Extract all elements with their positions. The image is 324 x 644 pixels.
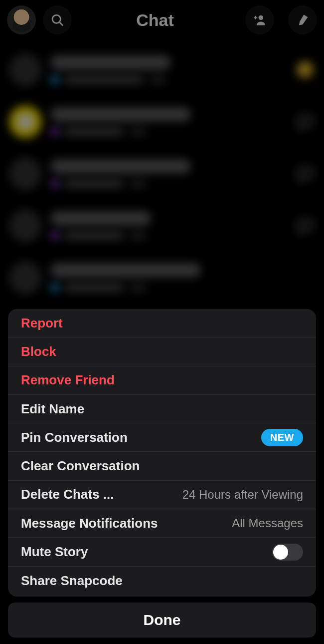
message-notifications-label: Message Notifications <box>21 516 158 531</box>
report-label: Report <box>21 316 63 331</box>
delete-chats-option[interactable]: Delete Chats ... 24 Hours after Viewing <box>8 481 316 509</box>
mute-story-option[interactable]: Mute Story <box>8 538 316 566</box>
action-sheet: Report Block Remove Friend Edit Name Pin… <box>8 309 316 597</box>
edit-name-label: Edit Name <box>21 401 84 417</box>
delete-chats-value: 24 Hours after Viewing <box>182 488 303 502</box>
done-label: Done <box>144 612 181 629</box>
mute-story-label: Mute Story <box>21 544 88 560</box>
delete-chats-label: Delete Chats ... <box>21 487 114 502</box>
new-badge: NEW <box>261 429 303 446</box>
block-option[interactable]: Block <box>8 337 316 366</box>
remove-friend-label: Remove Friend <box>21 372 115 388</box>
remove-friend-option[interactable]: Remove Friend <box>8 366 316 395</box>
clear-conversation-option[interactable]: Clear Conversation <box>8 452 316 480</box>
clear-conversation-label: Clear Conversation <box>21 458 140 474</box>
message-notifications-value: All Messages <box>232 516 303 530</box>
report-option[interactable]: Report <box>8 309 316 337</box>
share-snapcode-label: Share Snapcode <box>21 573 123 589</box>
done-button[interactable]: Done <box>8 603 316 638</box>
edit-name-option[interactable]: Edit Name <box>8 395 316 423</box>
message-notifications-option[interactable]: Message Notifications All Messages <box>8 509 316 538</box>
pin-conversation-option[interactable]: Pin Conversation NEW <box>8 423 316 452</box>
mute-story-toggle[interactable] <box>272 544 303 561</box>
block-label: Block <box>21 344 56 359</box>
share-snapcode-option[interactable]: Share Snapcode <box>8 567 316 595</box>
pin-conversation-label: Pin Conversation <box>21 430 128 445</box>
toggle-knob <box>273 545 288 560</box>
